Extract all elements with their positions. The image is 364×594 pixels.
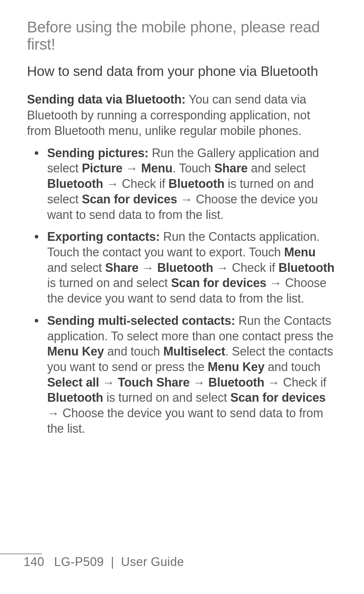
bold-text: Menu (284, 245, 315, 259)
list-item: Sending multi-selected contacts: Run the… (47, 313, 337, 436)
bold-text: Select all (47, 375, 99, 389)
bold-text: Touch Share (118, 375, 190, 389)
bold-text: Bluetooth (47, 177, 103, 191)
page-number: 140 (24, 555, 51, 569)
bold-text: Bluetooth (47, 391, 103, 404)
list-item: Sending pictures: Run the Gallery applic… (47, 145, 337, 223)
bold-text: Bluetooth (278, 261, 334, 275)
section-heading: How to send data from your phone via Blu… (27, 63, 337, 80)
bold-text: Bluetooth (157, 261, 213, 275)
instruction-list: Sending pictures: Run the Gallery applic… (27, 145, 337, 436)
bold-text: Scan for devices (230, 391, 326, 404)
bold-text: Menu (141, 161, 173, 175)
bold-text: Menu Key (47, 344, 104, 358)
intro-paragraph: Sending data via Bluetooth: You can send… (27, 92, 337, 138)
bold-text: Exporting contacts: (47, 230, 160, 244)
list-item: Exporting contacts: Run the Contacts app… (47, 229, 337, 306)
intro-lead: Sending data via Bluetooth: (27, 92, 186, 106)
manual-page: Before using the mobile phone, please re… (0, 0, 364, 594)
bold-text: Scan for devices (82, 192, 177, 206)
footer-separator: | (108, 555, 118, 569)
bold-text: Share (105, 261, 139, 275)
bold-text: Scan for devices (171, 276, 266, 290)
footer-model: LG-P509 (54, 555, 104, 569)
bold-text: Sending multi-selected contacts: (47, 314, 235, 328)
bold-text: Share (214, 161, 248, 175)
bold-text: Sending pictures: (47, 146, 149, 160)
bold-text: Bluetooth (208, 375, 264, 389)
bold-text: Picture (82, 161, 123, 175)
bold-text: Menu Key (208, 360, 264, 374)
bold-text: Bluetooth (169, 177, 224, 191)
page-footer: 140 LG-P509 | User Guide (0, 555, 364, 569)
bold-text: Multiselect (163, 344, 225, 358)
footer-rule (0, 554, 42, 554)
footer-text: 140 LG-P509 | User Guide (0, 555, 337, 569)
page-title: Before using the mobile phone, please re… (27, 19, 337, 53)
footer-label: User Guide (121, 555, 184, 569)
